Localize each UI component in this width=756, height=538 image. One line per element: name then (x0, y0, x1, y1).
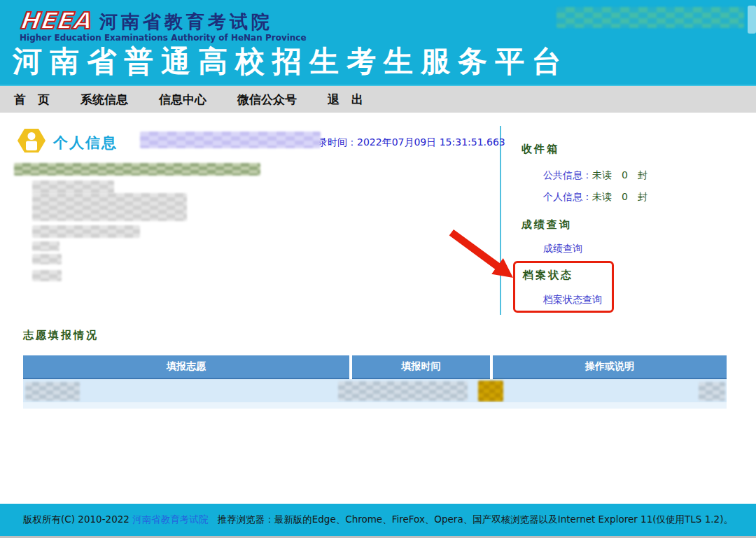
content-sidebar-divider (500, 126, 501, 315)
redacted-detail-blur (32, 270, 62, 281)
volunteer-section-title: 志愿填报情况 (23, 329, 99, 342)
inbox-public-link[interactable]: 公共信息： (543, 169, 592, 180)
org-name-en: Higher Education Examinations Authority … (20, 33, 307, 43)
nav-item-wechat[interactable]: 微信公众号 (237, 92, 297, 108)
col-header-action: 操作或说明 (493, 355, 727, 379)
red-annotation-arrow-icon (442, 224, 519, 286)
redacted-cell-blur (25, 382, 80, 401)
redacted-detail-blur (32, 193, 187, 221)
archive-status-query-link[interactable]: 档案状态查询 (543, 294, 602, 306)
inbox-public-status: 未读 0 封 (592, 169, 648, 180)
login-time-value: 2022年07月09日 15:31:51.663 (357, 136, 505, 148)
col-header-time: 填报时间 (352, 355, 490, 379)
platform-title: 河南省普通高校招生考生服务平台 (13, 42, 569, 81)
redacted-cell-blur (338, 381, 468, 401)
scrollbar-thumb[interactable] (748, 6, 756, 34)
volunteer-table-header: 填报志愿 填报时间 操作或说明 (23, 355, 727, 379)
table-row (23, 379, 727, 402)
inbox-personal-row: 个人信息：未读 0 封 (543, 191, 648, 204)
footer-bar: 版权所有(C) 2010-2022 河南省教育考试院 推荐浏览器：最新版的Edg… (0, 504, 756, 536)
redacted-detail-blur (32, 254, 62, 264)
heea-logo: HEEA (18, 7, 92, 34)
browser-recommendation-text: 推荐浏览器：最新版的Edge、Chrome、FireFox、Opera、国产双核… (208, 514, 733, 526)
inbox-personal-link[interactable]: 个人信息： (543, 191, 592, 202)
table-row-underline (23, 402, 727, 409)
personal-info-title: 个人信息 (53, 133, 118, 153)
redacted-detail-blur (32, 180, 114, 194)
org-name-cn: 河南省教育考试院 (99, 10, 273, 34)
header-banner: HEEA 河南省教育考试院 Higher Education Examinati… (0, 0, 756, 85)
redacted-name-blur (140, 132, 321, 148)
score-query-link[interactable]: 成绩查询 (543, 243, 582, 255)
nav-item-system-info[interactable]: 系统信息 (80, 92, 128, 108)
redacted-info-band-blur (14, 163, 260, 176)
inbox-heading: 收件箱 (522, 143, 559, 156)
footer-org-link[interactable]: 河南省教育考试院 (132, 514, 208, 526)
inbox-personal-status: 未读 0 封 (592, 191, 648, 202)
redacted-cell-blur (478, 381, 503, 402)
col-header-volunteer: 填报志愿 (23, 355, 349, 379)
score-query-heading: 成绩查询 (522, 218, 572, 232)
login-time: 登录时间：2022年07月09日 15:31:51.663 (308, 136, 505, 149)
redacted-username-blur (556, 7, 744, 28)
nav-item-logout[interactable]: 退 出 (328, 92, 363, 108)
redacted-detail-blur (32, 225, 140, 238)
page: HEEA 河南省教育考试院 Higher Education Examinati… (0, 0, 756, 538)
redacted-cell-blur (699, 382, 725, 401)
person-hexagon-icon (18, 127, 46, 157)
copyright-text: 版权所有(C) 2010-2022 (23, 514, 132, 526)
nav-item-home[interactable]: 首 页 (14, 92, 50, 108)
nav-item-info-center[interactable]: 信息中心 (159, 92, 206, 108)
redacted-detail-blur (32, 241, 59, 251)
archive-status-heading: 档案状态 (523, 269, 573, 282)
main-nav: 首 页 系统信息 信息中心 微信公众号 退 出 (0, 85, 756, 113)
inbox-public-row: 公共信息：未读 0 封 (543, 169, 648, 182)
